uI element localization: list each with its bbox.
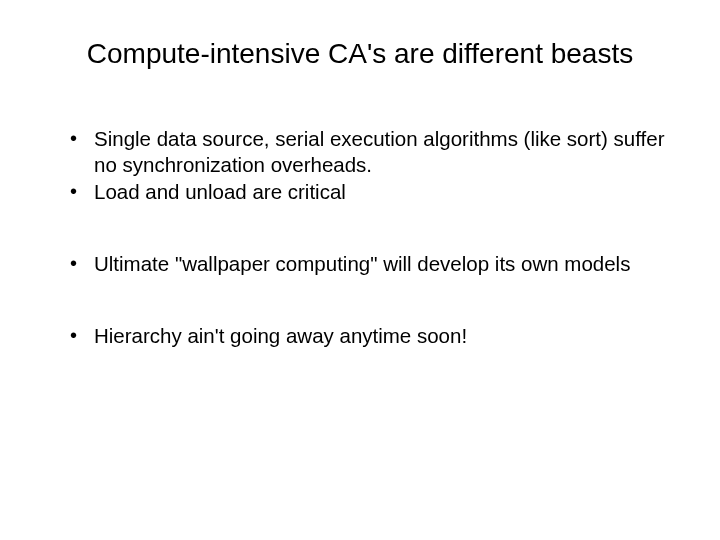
slide-container: Compute-intensive CA's are different bea… <box>0 0 720 540</box>
bullet-item: Ultimate "wallpaper computing" will deve… <box>70 251 670 277</box>
bullet-item: Single data source, serial execution alg… <box>70 126 670 177</box>
bullet-item: Hierarchy ain't going away anytime soon! <box>70 323 670 349</box>
bullet-list: Single data source, serial execution alg… <box>50 126 670 348</box>
slide-title: Compute-intensive CA's are different bea… <box>60 38 660 70</box>
bullet-item: Load and unload are critical <box>70 179 670 205</box>
